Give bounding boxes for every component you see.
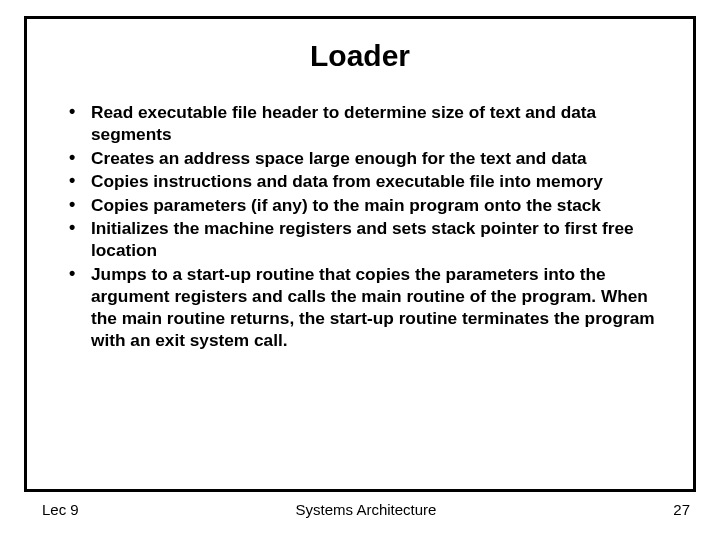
list-item: Initializes the machine registers and se… [67, 217, 665, 261]
slide: Loader Read executable file header to de… [0, 0, 720, 540]
list-item: Creates an address space large enough fo… [67, 147, 665, 169]
list-item: Copies parameters (if any) to the main p… [67, 194, 665, 216]
list-item: Copies instructions and data from execut… [67, 170, 665, 192]
slide-title: Loader [55, 39, 665, 73]
list-item: Read executable file header to determine… [67, 101, 665, 145]
slide-footer: Lec 9 Systems Architecture 27 [42, 501, 690, 518]
footer-left: Lec 9 [42, 501, 79, 518]
bullet-list: Read executable file header to determine… [55, 101, 665, 351]
list-item: Jumps to a start-up routine that copies … [67, 263, 665, 351]
footer-right: 27 [673, 501, 690, 518]
slide-frame: Loader Read executable file header to de… [24, 16, 696, 492]
footer-center: Systems Architecture [296, 501, 437, 518]
